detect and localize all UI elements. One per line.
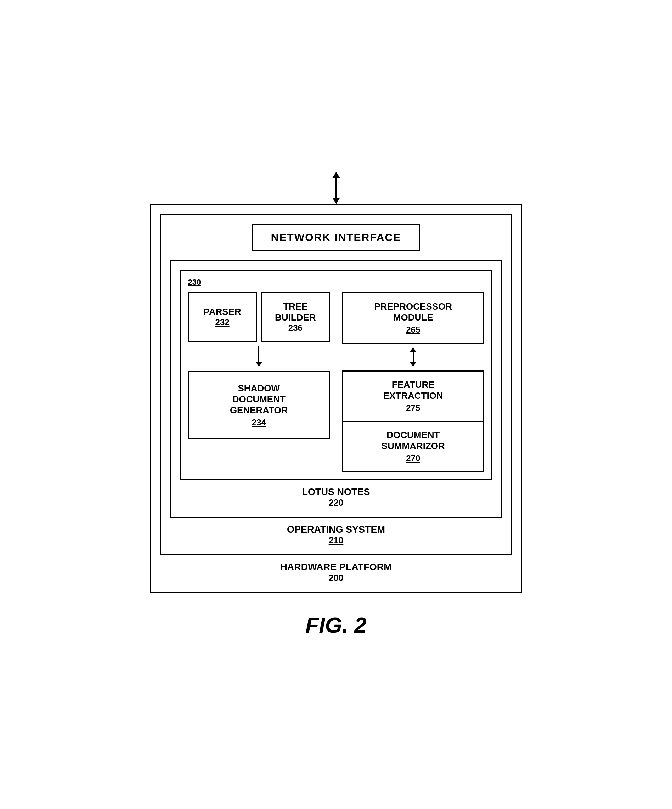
- os-text: OPERATING SYSTEM: [287, 524, 385, 535]
- page-container: NETWORK INTERFACE 230: [0, 0, 672, 809]
- lotus-notes-label: LOTUS NOTES 220: [302, 487, 370, 508]
- shadow-doc-box: SHADOW DOCUMENT GENERATOR 234: [188, 371, 330, 439]
- hardware-platform-box: NETWORK INTERFACE 230: [150, 204, 522, 593]
- feature-extraction-box: FEATURE EXTRACTION 275: [343, 371, 483, 422]
- arrow-line: [336, 178, 336, 198]
- parser-treebuilder-row: PARSER 232 TREE BUILDER 236: [188, 292, 330, 342]
- tree-builder-label1: TREE: [283, 301, 307, 312]
- arrow-down-left: [256, 346, 262, 367]
- preprocessor-label1: PREPROCESSOR: [374, 301, 452, 312]
- lotus-notes-text: LOTUS NOTES: [302, 487, 370, 498]
- feature-label1: FEATURE: [392, 379, 435, 390]
- feature-summarizer-group: FEATURE EXTRACTION 275 DOCUMENT SUMMARIZ…: [342, 371, 484, 472]
- feature-ref: 275: [406, 403, 420, 413]
- hw-text: HARDWARE PLATFORM: [280, 562, 391, 573]
- shadow-label2: DOCUMENT: [232, 394, 286, 405]
- os-ref: 210: [287, 535, 385, 545]
- network-interface-label: NETWORK INTERFACE: [271, 231, 401, 243]
- left-column: PARSER 232 TREE BUILDER 236: [188, 292, 330, 472]
- arrow-down-icon: [256, 362, 262, 367]
- module-230-label: 230: [188, 278, 201, 287]
- parser-box: PARSER 232: [188, 292, 257, 342]
- lotus-notes-ref: 220: [302, 498, 370, 508]
- bidirectional-arrow: [410, 347, 416, 367]
- arrow-line: [258, 346, 259, 362]
- shadow-label3: GENERATOR: [230, 405, 288, 416]
- operating-system-box: NETWORK INTERFACE 230: [160, 214, 512, 556]
- summarizer-ref: 270: [406, 453, 420, 463]
- hardware-platform-label: HARDWARE PLATFORM 200: [280, 562, 391, 583]
- arrow-down-icon: [332, 198, 340, 204]
- tree-builder-box: TREE BUILDER 236: [261, 292, 330, 342]
- lotus-notes-box: 230 PARSER 232: [170, 260, 502, 518]
- preprocessor-box: PREPROCESSOR MODULE 265: [342, 292, 484, 344]
- module-interior: PARSER 232 TREE BUILDER 236: [188, 292, 484, 472]
- arrow-down-icon: [410, 362, 416, 367]
- feature-label2: EXTRACTION: [383, 390, 443, 401]
- module-230-box: 230 PARSER 232: [180, 270, 492, 480]
- shadow-label1: SHADOW: [238, 383, 280, 394]
- document-summarizer-box: DOCUMENT SUMMARIZOR 270: [343, 422, 483, 471]
- tree-builder-ref: 236: [288, 323, 302, 333]
- parser-label: PARSER: [203, 306, 241, 317]
- operating-system-label: OPERATING SYSTEM 210: [287, 524, 385, 545]
- summarizer-label1: DOCUMENT: [386, 430, 440, 441]
- shadow-ref: 234: [252, 418, 266, 428]
- preprocessor-label2: MODULE: [393, 312, 433, 323]
- tree-builder-label2: BUILDER: [275, 312, 316, 323]
- arrow-up-icon: [332, 172, 340, 178]
- preprocessor-ref: 265: [406, 325, 420, 335]
- network-interface-box: NETWORK INTERFACE: [252, 224, 420, 251]
- summarizer-label2: SUMMARIZOR: [381, 441, 445, 451]
- diagram-area: NETWORK INTERFACE 230: [150, 172, 522, 638]
- hw-ref: 200: [280, 573, 391, 583]
- figure-label: FIG. 2: [305, 613, 366, 638]
- top-arrow: [332, 172, 340, 204]
- arrow-up-icon: [410, 347, 416, 352]
- arrow-line: [413, 352, 414, 362]
- parser-ref: 232: [215, 317, 230, 327]
- right-column: PREPROCESSOR MODULE 265: [342, 292, 484, 472]
